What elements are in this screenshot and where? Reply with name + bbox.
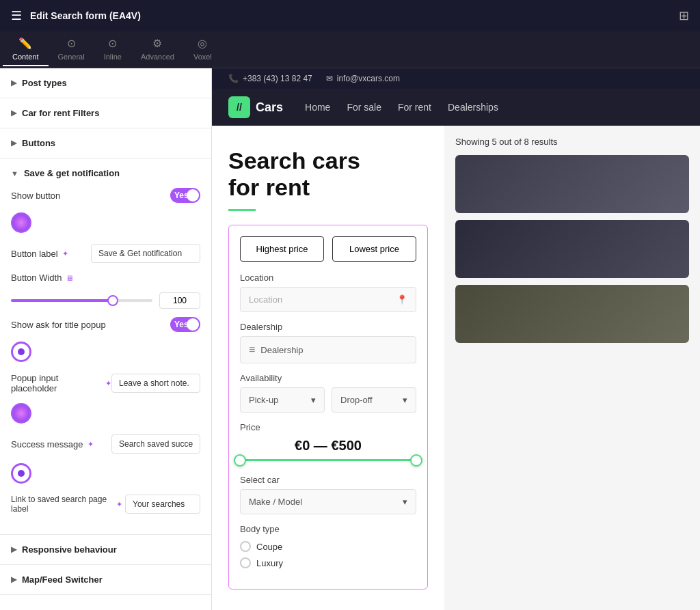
- color-picker-4[interactable]: [11, 463, 31, 484]
- phone-number: +383 (43) 13 82 47: [243, 74, 312, 83]
- tab-voxel-label: Voxel: [193, 53, 212, 61]
- sidebar: ▶ Post types ▶ Car for rent Filters ▶ Bu…: [0, 68, 212, 610]
- tab-bar: ✏️ Content ⊙ General ⊙ Inline ⚙ Advanced…: [0, 31, 700, 68]
- saved-search-input-wrap: ✦: [116, 495, 200, 514]
- buttons-label: Buttons: [22, 138, 55, 148]
- color-picker-2[interactable]: [11, 342, 31, 362]
- results-panel: Showing 5 out of 8 results: [444, 126, 700, 610]
- car-card-1: [455, 155, 689, 213]
- dropoff-select[interactable]: Drop-off ▾: [332, 387, 416, 413]
- content-icon: ✏️: [18, 37, 32, 50]
- save-notification-content: Show button Yes Button label: [0, 188, 211, 534]
- color-picker-3[interactable]: [11, 403, 31, 424]
- mapfeed-header[interactable]: ▶ Map/Feed Switcher: [0, 565, 211, 594]
- post-types-arrow: ▶: [11, 79, 16, 87]
- saved-search-row: Link to saved search page label ✦: [11, 495, 200, 514]
- car-image-1: [455, 155, 689, 213]
- menu-icon[interactable]: ☰: [11, 8, 22, 23]
- title-underline: [228, 209, 256, 211]
- save-notification-header[interactable]: ▼ Save & get notification: [0, 158, 211, 188]
- email-icon: ✉: [326, 74, 333, 83]
- location-input[interactable]: Location 📍: [240, 287, 416, 312]
- coupe-option[interactable]: Coupe: [240, 541, 416, 552]
- tab-general[interactable]: ⊙ General: [49, 33, 94, 66]
- main-layout: ▶ Post types ▶ Car for rent Filters ▶ Bu…: [0, 68, 700, 610]
- post-types-header[interactable]: ▶ Post types: [0, 68, 211, 98]
- show-button-toggle-control[interactable]: Yes: [170, 188, 200, 203]
- nav-for-rent[interactable]: For rent: [398, 102, 431, 113]
- tab-general-label: General: [58, 53, 85, 61]
- monitor-icon: 🖥: [66, 274, 73, 282]
- width-slider-value[interactable]: [159, 292, 200, 309]
- website-header: 📞 +383 (43) 13 82 47 ✉ info@vxcars.com: [212, 68, 700, 89]
- width-slider-track[interactable]: [11, 299, 152, 302]
- select-car-group: Select car Make / Model ▾: [240, 475, 416, 514]
- preview-area: 📞 +383 (43) 13 82 47 ✉ info@vxcars.com /…: [212, 68, 700, 610]
- tab-content[interactable]: ✏️ Content: [3, 33, 49, 66]
- highest-price-button[interactable]: Highest price: [240, 236, 324, 262]
- width-slider-fill: [11, 299, 110, 302]
- width-slider-thumb[interactable]: [107, 295, 118, 306]
- location-placeholder: Location: [249, 294, 282, 305]
- car-rent-arrow: ▶: [11, 109, 16, 117]
- button-label-input[interactable]: [91, 244, 200, 263]
- grid-icon[interactable]: ⊞: [679, 8, 689, 23]
- pickup-chevron: ▾: [311, 395, 316, 405]
- car-image-2: [455, 220, 689, 278]
- make-model-select[interactable]: Make / Model ▾: [240, 489, 416, 514]
- price-range-thumb-left[interactable]: [234, 454, 246, 467]
- phone-icon: 📞: [228, 74, 239, 83]
- sparkle-icon-3: ✦: [88, 440, 94, 449]
- pickup-select[interactable]: Pick-up ▾: [240, 387, 325, 413]
- voxel-icon: ◎: [198, 37, 207, 50]
- show-button-toggle[interactable]: Yes: [170, 188, 200, 203]
- lowest-price-button[interactable]: Lowest price: [332, 236, 416, 262]
- saved-search-input[interactable]: [125, 495, 200, 514]
- car-card-3: [455, 285, 689, 343]
- responsive-header[interactable]: ▶ Responsive behaviour: [0, 535, 211, 564]
- save-notification-arrow: ▼: [11, 169, 18, 178]
- email-address: info@vxcars.com: [337, 74, 400, 83]
- make-model-chevron: ▾: [403, 497, 407, 507]
- buttons-header[interactable]: ▶ Buttons: [0, 128, 211, 158]
- post-types-section: ▶ Post types: [0, 68, 211, 98]
- tab-voxel[interactable]: ◎ Voxel: [184, 33, 221, 66]
- pickup-placeholder: Pick-up: [249, 395, 278, 405]
- color-dot-row: [11, 212, 200, 236]
- show-popup-toggle[interactable]: Yes: [170, 317, 200, 332]
- car-rent-filters-header[interactable]: ▶ Car for rent Filters: [0, 98, 211, 128]
- coupe-radio[interactable]: [240, 541, 251, 552]
- dealership-select[interactable]: ≡ Dealership: [240, 336, 416, 363]
- price-label: Price: [240, 422, 416, 432]
- popup-placeholder-label: Popup input placeholder ✦: [11, 373, 111, 393]
- nav-dealerships[interactable]: Dealerships: [448, 102, 498, 113]
- dropoff-chevron: ▾: [403, 395, 407, 405]
- tab-advanced[interactable]: ⚙ Advanced: [131, 33, 184, 66]
- search-title: Search cars for rent: [228, 148, 428, 201]
- location-group: Location Location 📍: [240, 273, 416, 312]
- price-range-track[interactable]: [240, 459, 416, 461]
- nav-links: Home For sale For rent Dealerships: [305, 102, 498, 113]
- show-popup-toggle-control[interactable]: Yes: [170, 317, 200, 332]
- make-model-placeholder: Make / Model: [249, 497, 302, 507]
- nav-for-sale[interactable]: For sale: [347, 102, 381, 113]
- tab-inline[interactable]: ⊙ Inline: [94, 33, 131, 66]
- price-group: Price €0 — €500: [240, 422, 416, 461]
- success-message-input[interactable]: [111, 434, 200, 454]
- nav-home[interactable]: Home: [305, 102, 330, 113]
- logo-icon: //: [228, 96, 250, 118]
- price-range-thumb-right[interactable]: [410, 454, 422, 467]
- search-form: Highest price Lowest price Location Loca…: [228, 225, 428, 590]
- popup-placeholder-input[interactable]: [111, 374, 200, 393]
- width-slider-row: [11, 292, 200, 309]
- buttons-arrow: ▶: [11, 139, 16, 148]
- luxury-radio[interactable]: [240, 557, 251, 568]
- luxury-option[interactable]: Luxury: [240, 557, 416, 568]
- mapfeed-arrow: ▶: [11, 575, 16, 584]
- site-logo: // Cars: [228, 96, 283, 118]
- dealership-placeholder: Dealership: [260, 345, 303, 355]
- sidebar-collapse-handle[interactable]: ‹: [211, 326, 212, 353]
- content-area: Search cars for rent Highest price Lowes…: [212, 126, 700, 610]
- inline-icon: ⊙: [108, 37, 117, 50]
- color-picker-1[interactable]: [11, 212, 31, 233]
